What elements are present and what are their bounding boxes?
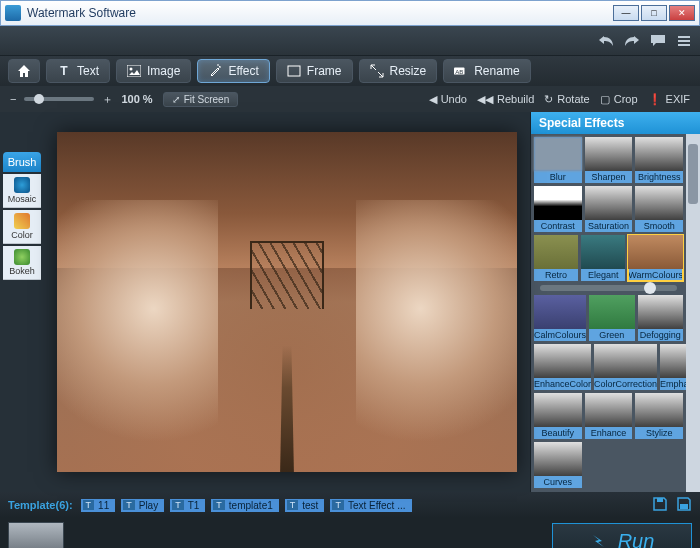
tab-resize[interactable]: Resize [359, 59, 438, 83]
effect-thumb [534, 235, 578, 269]
mosaic-icon [14, 177, 30, 193]
tool-label: Bokeh [9, 266, 35, 276]
effect-calmcolours[interactable]: CalmColours [534, 295, 586, 341]
tab-label: Text [77, 64, 99, 78]
effect-thumb [660, 344, 686, 378]
template-tag[interactable]: Ttemplate1 [211, 499, 278, 512]
template-tag[interactable]: Ttest [285, 499, 325, 512]
save-as-template-icon[interactable] [676, 496, 692, 514]
tool-label: Mosaic [8, 194, 37, 204]
tab-text[interactable]: TText [46, 59, 110, 83]
close-button[interactable]: ✕ [669, 5, 695, 21]
tab-frame[interactable]: Frame [276, 59, 353, 83]
effect-enhancecolor[interactable]: EnhanceColor [534, 344, 591, 390]
effect-green[interactable]: Green [589, 295, 635, 341]
image-icon [127, 64, 141, 78]
effect-intensity-slider[interactable] [540, 285, 677, 291]
settings-icon[interactable] [674, 32, 694, 50]
image-thumbnail[interactable] [8, 522, 64, 548]
template-t-icon: T [123, 500, 135, 510]
chat-icon[interactable] [648, 32, 668, 50]
effect-label: CalmColours [534, 329, 586, 341]
template-tag[interactable]: T11 [81, 499, 116, 512]
effect-retro[interactable]: Retro [534, 235, 578, 281]
effect-enhance[interactable]: Enhance [585, 393, 633, 439]
effect-colorcorrection[interactable]: ColorCorrection [594, 344, 657, 390]
effect-stylize[interactable]: Stylize [635, 393, 683, 439]
effect-defogging[interactable]: Defogging [638, 295, 684, 341]
fit-label: Fit Screen [184, 94, 230, 105]
effect-label: EnhanceColor [534, 378, 591, 390]
effect-thumb [594, 344, 657, 378]
effect-thumb [534, 137, 582, 171]
template-tag[interactable]: TText Effect ... [330, 499, 411, 512]
rename-icon: AB [454, 64, 468, 78]
effect-contrast[interactable]: Contrast [534, 186, 582, 232]
effect-sharpen[interactable]: Sharpen [585, 137, 633, 183]
tool-mosaic[interactable]: Mosaic [3, 174, 41, 208]
thumbnail-row: Run [0, 518, 700, 548]
template-tag[interactable]: TT1 [170, 499, 205, 512]
main-area: Brush Mosaic Color Bokeh Special Effects… [0, 112, 700, 492]
tab-rename[interactable]: ABRename [443, 59, 530, 83]
run-button[interactable]: Run [552, 523, 692, 548]
effect-curves[interactable]: Curves [534, 442, 582, 488]
zoom-slider[interactable] [24, 97, 94, 101]
rotate-icon: ↻ [544, 93, 553, 106]
zoom-in-button[interactable]: ＋ [102, 92, 113, 107]
effect-thumb [534, 393, 582, 427]
template-name: template1 [229, 500, 273, 511]
effect-label: Enhance [585, 427, 633, 439]
tab-image[interactable]: Image [116, 59, 191, 83]
rotate-button[interactable]: ↻Rotate [544, 93, 589, 106]
redo-icon[interactable] [622, 32, 642, 50]
tool-bokeh[interactable]: Bokeh [3, 246, 41, 280]
svg-text:AB: AB [455, 68, 463, 75]
run-icon [590, 532, 608, 548]
undo-button[interactable]: ◀Undo [429, 93, 467, 106]
tab-home[interactable] [8, 59, 40, 83]
effects-panel-header: Special Effects [531, 112, 700, 134]
effect-brightness[interactable]: Brightness [635, 137, 683, 183]
tab-label: Effect [228, 64, 258, 78]
zoom-out-button[interactable]: − [10, 93, 16, 105]
brush-tab[interactable]: Brush [3, 152, 41, 172]
crop-button[interactable]: ▢Crop [600, 93, 638, 106]
effect-thumb [635, 186, 683, 220]
effect-label: Smooth [635, 220, 683, 232]
minimize-button[interactable]: — [613, 5, 639, 21]
tab-effect[interactable]: Effect [197, 59, 269, 83]
save-template-icon[interactable] [652, 496, 668, 514]
tool-label: Color [11, 230, 33, 240]
effect-label: Sharpen [585, 171, 633, 183]
main-tabbar: TText Image Effect Frame Resize ABRename [0, 56, 700, 86]
effect-saturation[interactable]: Saturation [585, 186, 633, 232]
template-t-icon: T [332, 500, 344, 510]
effect-icon [208, 64, 222, 78]
effect-thumb [635, 137, 683, 171]
home-icon [17, 64, 31, 78]
maximize-button[interactable]: □ [641, 5, 667, 21]
image-canvas[interactable] [57, 132, 517, 472]
rebuild-button[interactable]: ◀◀Rebuild [477, 93, 534, 106]
effect-thumb [585, 186, 633, 220]
fit-screen-button[interactable]: ⤢Fit Screen [163, 92, 239, 107]
effects-scrollbar[interactable] [686, 134, 700, 492]
effect-smooth[interactable]: Smooth [635, 186, 683, 232]
effect-elegant[interactable]: Elegant [581, 235, 625, 281]
exif-button[interactable]: ❗EXIF [648, 93, 690, 106]
svg-rect-2 [678, 44, 690, 46]
effect-blur[interactable]: Blur [534, 137, 582, 183]
undo-icon[interactable] [596, 32, 616, 50]
effect-thumb [534, 295, 586, 329]
svg-point-4 [130, 68, 133, 71]
effect-label: Emphasize [660, 378, 686, 390]
template-tag[interactable]: TPlay [121, 499, 164, 512]
effect-thumb [628, 235, 683, 269]
tool-color[interactable]: Color [3, 210, 41, 244]
effect-warmcolours[interactable]: WarmColours [628, 235, 683, 281]
top-action-row [0, 26, 700, 56]
effect-thumb [585, 137, 633, 171]
effect-beautify[interactable]: Beautify [534, 393, 582, 439]
effect-emphasize[interactable]: Emphasize [660, 344, 686, 390]
